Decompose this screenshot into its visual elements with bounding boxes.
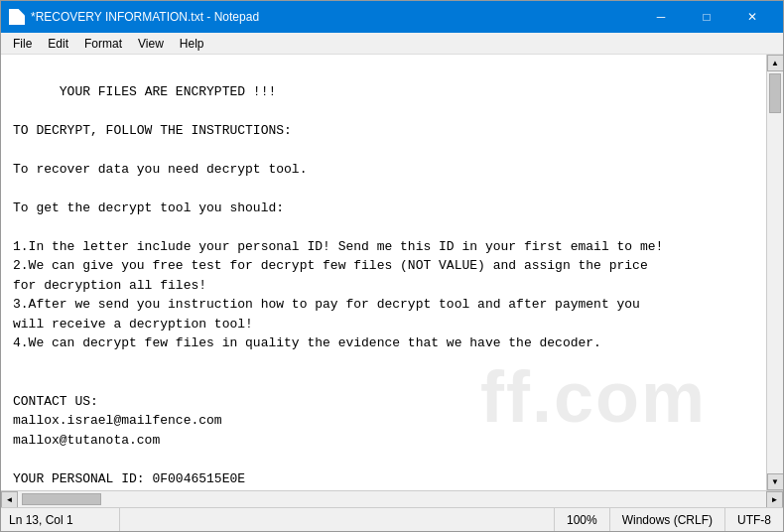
scroll-thumb-horizontal[interactable] [22, 493, 101, 505]
close-button[interactable]: ✕ [729, 1, 775, 33]
scroll-thumb-vertical[interactable] [769, 73, 781, 113]
minimize-button[interactable]: ─ [638, 1, 684, 33]
notepad-icon [9, 9, 25, 25]
status-right-section: 100% Windows (CRLF) UTF-8 [554, 508, 783, 531]
window-controls: ─ □ ✕ [638, 1, 775, 33]
menu-edit[interactable]: Edit [40, 35, 76, 53]
cursor-position: Ln 13, Col 1 [1, 508, 120, 531]
text-editor[interactable]: YOUR FILES ARE ENCRYPTED !!! TO DECRYPT,… [1, 55, 766, 490]
title-bar: *RECOVERY INFORMATION.txt - Notepad ─ □ … [1, 1, 783, 33]
menu-bar: File Edit Format View Help [1, 33, 783, 55]
line-ending: Windows (CRLF) [609, 508, 724, 531]
zoom-level: 100% [554, 508, 609, 531]
scroll-right-button[interactable]: ► [766, 491, 783, 508]
content-area: YOUR FILES ARE ENCRYPTED !!! TO DECRYPT,… [1, 55, 783, 490]
menu-help[interactable]: Help [172, 35, 212, 53]
status-bar: Ln 13, Col 1 100% Windows (CRLF) UTF-8 [1, 507, 783, 531]
editor-text: YOUR FILES ARE ENCRYPTED !!! TO DECRYPT,… [13, 84, 663, 486]
menu-view[interactable]: View [130, 35, 172, 53]
scroll-up-button[interactable]: ▲ [767, 55, 784, 71]
scroll-down-button[interactable]: ▼ [767, 473, 784, 490]
encoding: UTF-8 [724, 508, 783, 531]
scroll-track-vertical[interactable] [767, 71, 783, 473]
horizontal-scrollbar[interactable]: ◄ ► [1, 490, 783, 507]
scroll-left-button[interactable]: ◄ [1, 491, 18, 508]
menu-format[interactable]: Format [76, 35, 130, 53]
window-title: *RECOVERY INFORMATION.txt - Notepad [31, 10, 638, 24]
watermark: ff.com [480, 343, 707, 451]
vertical-scrollbar[interactable]: ▲ ▼ [766, 55, 783, 490]
maximize-button[interactable]: □ [684, 1, 729, 33]
menu-file[interactable]: File [5, 35, 40, 53]
scroll-track-horizontal[interactable] [18, 491, 766, 507]
notepad-window: *RECOVERY INFORMATION.txt - Notepad ─ □ … [0, 0, 784, 532]
